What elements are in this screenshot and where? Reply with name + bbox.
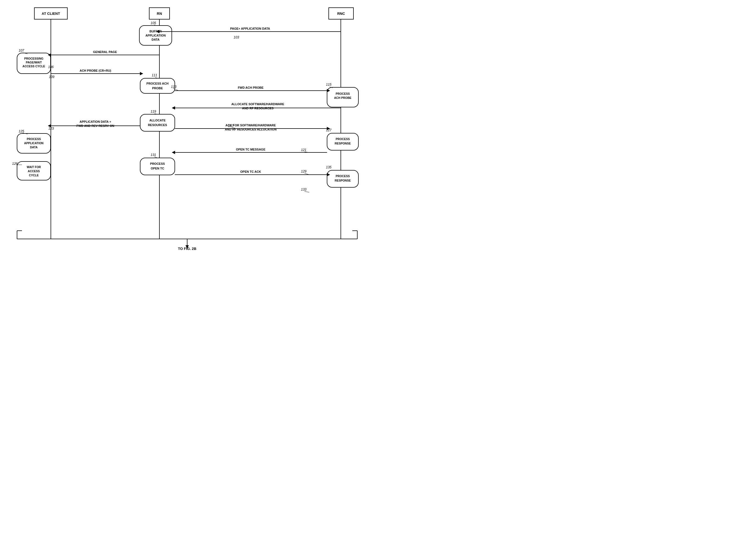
svg-text:125: 125 (19, 129, 24, 133)
svg-text:133: 133 (301, 187, 307, 192)
svg-text:103: 103 (234, 36, 239, 39)
svg-text:129: 129 (301, 169, 307, 173)
svg-text:OPEN TC MESSAGE: OPEN TC MESSAGE (236, 148, 266, 151)
svg-text:PAGE/WAIT: PAGE/WAIT (26, 61, 42, 64)
svg-text:PROCESSING: PROCESSING (24, 57, 43, 60)
svg-text:PROCESS: PROCESS (335, 137, 350, 141)
svg-text:RESPONSE: RESPONSE (335, 179, 351, 182)
svg-text:APPLICATION: APPLICATION (146, 34, 166, 37)
svg-text:PROCESS: PROCESS (150, 162, 165, 165)
svg-text:OPEN TC: OPEN TC (151, 167, 164, 170)
svg-text:127: 127 (326, 128, 332, 132)
svg-marker-68 (172, 151, 175, 154)
svg-text:ALLOCATE SOFTWARE/HARDWARE: ALLOCATE SOFTWARE/HARDWARE (231, 102, 284, 106)
svg-text:123: 123 (49, 127, 54, 131)
svg-text:RNC: RNC (337, 12, 345, 16)
svg-text:ACCESS CYCLE: ACCESS CYCLE (22, 64, 45, 68)
svg-text:OPEN TC ACK: OPEN TC ACK (240, 170, 261, 173)
svg-text:AND RF RESOURCES ALLOCATION: AND RF RESOURCES ALLOCATION (225, 128, 276, 131)
svg-text:135: 135 (326, 165, 331, 169)
svg-text:DATA: DATA (152, 38, 160, 41)
svg-text:DATA: DATA (30, 145, 38, 149)
svg-marker-56 (172, 106, 175, 109)
svg-text:PROBE: PROBE (152, 86, 163, 90)
svg-rect-33 (140, 158, 175, 175)
svg-text:ACCESS: ACCESS (28, 169, 40, 173)
svg-text:WAIT FOR: WAIT FOR (27, 165, 41, 168)
svg-text:111: 111 (152, 73, 157, 77)
svg-text:106: 106 (48, 65, 54, 69)
svg-rect-17 (140, 78, 175, 93)
svg-text:APPLICATION: APPLICATION (24, 141, 43, 145)
svg-text:PROCESS ACH: PROCESS ACH (147, 82, 169, 85)
svg-text:APPLICATION DATA +: APPLICATION DATA + (80, 120, 111, 123)
svg-marker-50 (140, 72, 143, 75)
svg-text:107: 107 (19, 48, 24, 53)
svg-text:AT CLIENT: AT CLIENT (42, 12, 60, 16)
svg-text:RN: RN (157, 12, 162, 16)
svg-text:PROCESS: PROCESS (335, 92, 350, 95)
svg-text:GENERAL PAGE: GENERAL PAGE (93, 50, 117, 54)
svg-text:RESPONSE: RESPONSE (335, 142, 351, 145)
sequence-diagram: AT CLIENT RN RNC BUFFER APPLICATION DATA… (0, 0, 377, 280)
svg-text:CYCLE: CYCLE (29, 174, 39, 177)
svg-text:121: 121 (301, 148, 307, 152)
svg-text:ALLOCATE: ALLOCATE (149, 119, 166, 122)
svg-text:ACH PROBE: ACH PROBE (334, 96, 351, 99)
svg-text:RESOURCES: RESOURCES (148, 123, 167, 127)
svg-text:AND RF RESOURCES: AND RF RESOURCES (242, 106, 273, 110)
svg-text:FWD ACH PROBE: FWD ACH PROBE (238, 86, 264, 89)
svg-text:ACH PROBE (CR+RU): ACH PROBE (CR+RU) (80, 69, 111, 72)
svg-text:PROCESS: PROCESS (335, 174, 350, 178)
svg-text:PROCESS: PROCESS (27, 137, 41, 141)
svg-text:117: 117 (228, 124, 234, 128)
svg-text:PAGE+ APPLICATION DATA: PAGE+ APPLICATION DATA (230, 27, 270, 30)
svg-line-103 (305, 192, 309, 192)
svg-text:105: 105 (151, 21, 156, 25)
svg-rect-23 (140, 114, 175, 131)
svg-text:115: 115 (326, 83, 331, 86)
svg-text:126: 126 (12, 162, 18, 166)
svg-text:109: 109 (49, 75, 54, 79)
svg-text:131: 131 (151, 153, 156, 157)
svg-text:113: 113 (171, 85, 176, 89)
svg-text:119: 119 (151, 109, 156, 114)
svg-text:FWD AND REV RESRV ON: FWD AND REV RESRV ON (76, 124, 114, 127)
